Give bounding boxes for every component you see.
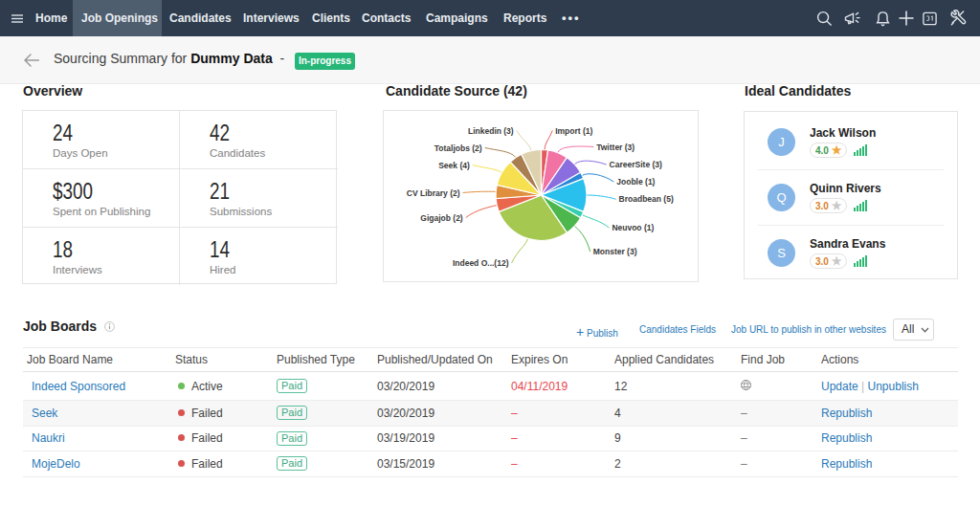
svg-text:Twitter (3): Twitter (3)	[596, 143, 635, 152]
svg-text:Gigajob (2): Gigajob (2)	[420, 213, 463, 223]
svg-text:Monster (3): Monster (3)	[593, 247, 637, 256]
svg-text:CareerSite (3): CareerSite (3)	[610, 160, 662, 169]
svg-text:Linkedin (3): Linkedin (3)	[468, 126, 514, 136]
svg-text:Broadbean (5): Broadbean (5)	[619, 194, 674, 204]
svg-text:Jooble (1): Jooble (1)	[616, 177, 655, 187]
svg-text:CV Library (2): CV Library (2)	[407, 188, 460, 198]
svg-text:Totaljobs (2): Totaljobs (2)	[434, 143, 482, 153]
svg-text:Neuvoo (1): Neuvoo (1)	[612, 223, 654, 232]
svg-text:Import (1): Import (1)	[555, 126, 592, 136]
svg-text:Indeed O...(12): Indeed O...(12)	[453, 258, 509, 268]
svg-text:Seek (4): Seek (4)	[438, 161, 470, 170]
